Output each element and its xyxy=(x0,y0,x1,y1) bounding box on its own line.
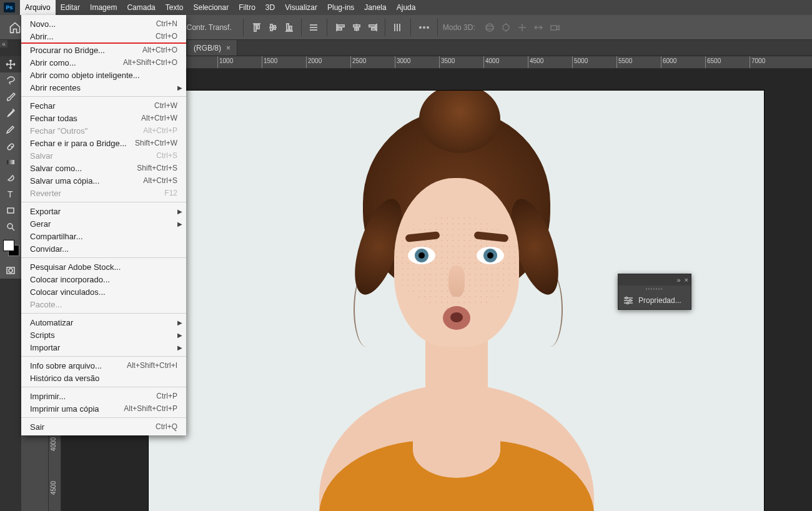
menuitem-pacote-: Pacote... xyxy=(21,298,186,310)
menuitem-fechar-todas[interactable]: Fechar todasAlt+Ctrl+W xyxy=(21,112,186,124)
menu-visualizar[interactable]: Visualizar xyxy=(280,0,322,15)
panel-collapse-tab[interactable]: « xyxy=(0,40,7,47)
menu-separator xyxy=(21,356,186,357)
menu-imagem[interactable]: Imagem xyxy=(85,0,122,15)
pencil-tool[interactable] xyxy=(0,121,21,137)
gradient-tool[interactable] xyxy=(0,154,21,170)
magnify-tool[interactable] xyxy=(0,219,21,235)
menu-arquivo[interactable]: Arquivo xyxy=(20,0,56,15)
roll-3d-icon[interactable] xyxy=(499,21,513,34)
align-right-icon[interactable] xyxy=(366,21,380,34)
menu-camada[interactable]: Camada xyxy=(122,0,160,15)
menuitem-colocar-vinculados-[interactable]: Colocar vinculados... xyxy=(21,285,186,298)
eyedropper-tool[interactable] xyxy=(0,105,21,121)
align-top-icon[interactable] xyxy=(250,21,264,34)
panel-collapse-icon[interactable]: » xyxy=(676,276,680,284)
menuitem-abrir-como-objeto-inteligente-[interactable]: Abrir como objeto inteligente... xyxy=(21,69,186,81)
lasso-tool[interactable] xyxy=(0,72,21,89)
menuitem-colocar-incorporado-[interactable]: Colocar incorporado... xyxy=(21,273,186,285)
quick-mask-icon[interactable] xyxy=(0,262,21,279)
align-bottom-icon[interactable] xyxy=(282,21,296,34)
ruler-tick-label: 4500 xyxy=(50,481,57,495)
pan-3d-icon[interactable] xyxy=(515,21,529,34)
panel-grip[interactable] xyxy=(618,285,691,292)
menuitem-scripts[interactable]: Scripts▶ xyxy=(21,329,186,341)
menu-filtro[interactable]: Filtro xyxy=(234,0,260,15)
color-swatches[interactable] xyxy=(0,239,21,260)
menuitem-shortcut: Alt+Shift+Ctrl+P xyxy=(124,404,177,413)
align-left-icon[interactable] xyxy=(334,21,347,34)
close-tab-icon[interactable]: × xyxy=(226,44,230,52)
menuitem-novo-[interactable]: Novo...Ctrl+N xyxy=(21,17,186,30)
ruler-tick-label: 3500 xyxy=(441,57,455,64)
menu-separator xyxy=(21,96,186,97)
document-tab[interactable]: (RGB/8) × xyxy=(187,40,237,56)
move-tool[interactable] xyxy=(0,56,21,72)
properties-panel-title[interactable]: Propriedad... xyxy=(638,296,681,305)
type-tool[interactable]: T xyxy=(0,186,21,202)
submenu-arrow-icon: ▶ xyxy=(177,84,182,91)
properties-panel-header[interactable]: » × xyxy=(618,274,691,285)
menuitem-sair[interactable]: SairCtrl+Q xyxy=(21,420,186,433)
menuitem-imprimir-uma-c-pia[interactable]: Imprimir uma cópiaAlt+Shift+Ctrl+P xyxy=(21,402,186,415)
brush-tool[interactable] xyxy=(0,89,21,105)
menuitem-abrir-como-[interactable]: Abrir como...Alt+Shift+Ctrl+O xyxy=(21,56,186,69)
menuitem-label: Colocar incorporado... xyxy=(30,275,110,284)
rectangle-tool[interactable] xyxy=(0,202,21,219)
distribute-icon[interactable] xyxy=(307,21,320,34)
menuitem-abrir-recentes[interactable]: Abrir recentes▶ xyxy=(21,81,186,94)
svg-rect-20 xyxy=(372,28,375,30)
menu-3d[interactable]: 3D xyxy=(260,0,280,15)
menuitem-importar[interactable]: Importar▶ xyxy=(21,341,186,354)
menuitem-salvar-uma-c-pia-[interactable]: Salvar uma cópia...Alt+Ctrl+S xyxy=(21,174,186,187)
menuitem-label: Pesquisar Adobe Stock... xyxy=(30,262,121,272)
slide-3d-icon[interactable] xyxy=(532,21,545,34)
menuitem-gerar[interactable]: Gerar▶ xyxy=(21,217,186,230)
menu-separator xyxy=(21,417,186,418)
align-vcenter-icon[interactable] xyxy=(266,21,280,34)
svg-rect-13 xyxy=(338,25,344,27)
healing-tool[interactable] xyxy=(0,137,21,154)
menuitem-label: Salvar uma cópia... xyxy=(30,176,99,186)
menuitem-compartilhar-[interactable]: Compartilhar... xyxy=(21,230,186,242)
svg-rect-2 xyxy=(257,25,259,29)
menu-separator xyxy=(21,313,186,314)
more-options-icon[interactable] xyxy=(417,21,431,34)
menuitem-fechar-e-ir-para-o-bridge-[interactable]: Fechar e ir para o Bridge...Shift+Ctrl+W xyxy=(21,137,186,149)
align-hcenter-icon[interactable] xyxy=(350,21,364,34)
svg-line-37 xyxy=(12,228,14,231)
menuitem-procurar-no-bridge-[interactable]: Procurar no Bridge...Alt+Ctrl+O xyxy=(21,44,186,56)
menu-janela[interactable]: Janela xyxy=(359,0,391,15)
menuitem-label: Abrir recentes xyxy=(30,83,81,92)
menuitem-pesquisar-adobe-stock-[interactable]: Pesquisar Adobe Stock... xyxy=(21,260,186,273)
properties-panel[interactable]: » × Propriedad... xyxy=(618,274,691,310)
distribute-h-icon[interactable] xyxy=(390,21,404,34)
zoom-tool[interactable] xyxy=(0,170,21,186)
panel-close-icon[interactable]: × xyxy=(685,276,688,284)
foreground-swatch[interactable] xyxy=(3,240,14,251)
svg-point-27 xyxy=(486,24,493,31)
menuitem-abrir-[interactable]: Abrir...Ctrl+O xyxy=(21,30,186,42)
menu-ajuda[interactable]: Ajuda xyxy=(392,0,421,15)
menuitem-exportar[interactable]: Exportar▶ xyxy=(21,205,186,217)
menuitem-salvar-como-[interactable]: Salvar como...Shift+Ctrl+S xyxy=(21,162,186,174)
svg-point-32 xyxy=(12,147,12,147)
svg-rect-14 xyxy=(338,28,342,30)
menuitem-hist-rico-da-vers-o[interactable]: Histórico da versão xyxy=(21,372,186,384)
menu-separator xyxy=(21,257,186,258)
menuitem-automatizar[interactable]: Automatizar▶ xyxy=(21,316,186,329)
camera-3d-icon[interactable] xyxy=(548,21,562,34)
svg-point-24 xyxy=(419,26,422,29)
menu-plug-ins[interactable]: Plug-ins xyxy=(322,0,359,15)
menuitem-info-sobre-arquivo-[interactable]: Info sobre arquivo...Alt+Shift+Ctrl+I xyxy=(21,359,186,372)
menuitem-imprimir-[interactable]: Imprimir...Ctrl+P xyxy=(21,390,186,402)
menuitem-label: Histórico da versão xyxy=(30,374,99,383)
menu-selecionar[interactable]: Selecionar xyxy=(188,0,234,15)
menu-editar[interactable]: Editar xyxy=(56,0,85,15)
orbit-3d-icon[interactable] xyxy=(483,21,497,34)
menu-texto[interactable]: Texto xyxy=(161,0,189,15)
menuitem-fechar[interactable]: FecharCtrl+W xyxy=(21,99,186,112)
menuitem-convidar-[interactable]: Convidar... xyxy=(21,242,186,255)
svg-point-26 xyxy=(427,26,429,29)
menuitem-label: Scripts xyxy=(30,330,55,340)
